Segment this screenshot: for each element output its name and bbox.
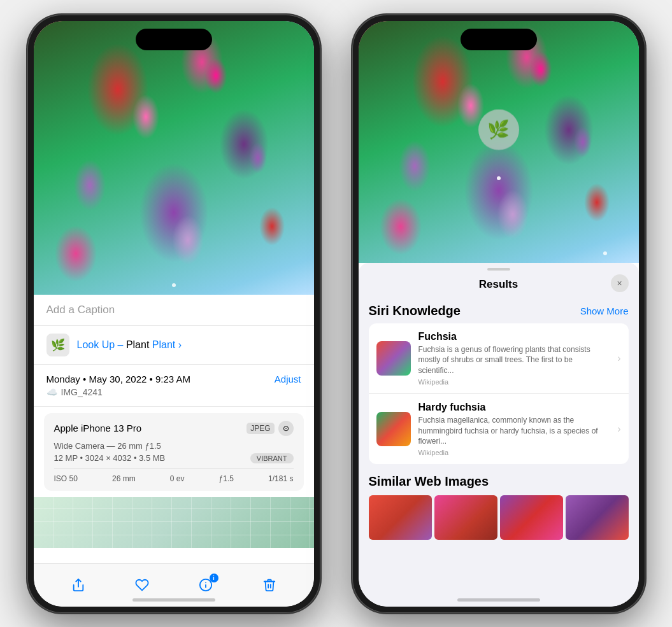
- home-indicator-2: [457, 598, 540, 602]
- phone-1-screen: Add a Caption 🌿 Look Up – Plant Plant ›: [34, 21, 314, 607]
- page-indicator: [172, 283, 176, 287]
- delete-button[interactable]: [259, 575, 280, 595]
- phone-1: Add a Caption 🌿 Look Up – Plant Plant ›: [27, 15, 320, 613]
- photo-view-1[interactable]: [34, 21, 314, 295]
- hardy-fuchsia-name: Hardy fuchsia: [418, 402, 610, 413]
- vibrant-badge: VIBRANT: [250, 453, 294, 463]
- web-images-row: [369, 495, 629, 540]
- fuchsia-name: Fuchsia: [418, 331, 610, 342]
- siri-knowledge-title: Siri Knowledge: [369, 304, 461, 318]
- shutter-value: 1/181 s: [268, 474, 293, 483]
- web-image-1[interactable]: [369, 495, 432, 540]
- results-sheet: Results × Siri Knowledge Show More: [359, 263, 639, 607]
- filename-row: ☁️ IMG_4241: [46, 387, 301, 397]
- chevron-right-icon: ›: [617, 353, 620, 364]
- close-button[interactable]: ×: [611, 274, 629, 292]
- mp-info: 12 MP • 3024 × 4032 • 3.5 MB: [54, 453, 166, 463]
- fuchsia-description: Fuchsia is a genus of flowering plants t…: [418, 344, 610, 376]
- knowledge-item-fuchsia[interactable]: Fuchsia Fuchsia is a genus of flowering …: [369, 323, 629, 394]
- iso-value: ISO 50: [54, 474, 78, 483]
- fuchsia-thumbnail: [376, 341, 411, 376]
- siri-visual-badge: 🌿: [478, 109, 519, 150]
- home-indicator-1: [132, 598, 215, 602]
- lookup-text: Look Up – Plant Plant ›: [77, 339, 182, 351]
- favorite-button[interactable]: [132, 575, 152, 595]
- phones-container: Add a Caption 🌿 Look Up – Plant Plant ›: [15, 2, 658, 626]
- siri-dot: [497, 176, 501, 180]
- adjust-button[interactable]: Adjust: [275, 374, 301, 384]
- web-image-3[interactable]: [500, 495, 563, 540]
- knowledge-card: Fuchsia Fuchsia is a genus of flowering …: [369, 323, 629, 465]
- cloud-icon: ☁️: [46, 387, 57, 397]
- photo-date: Monday • May 30, 2022 • 9:23 AM: [46, 374, 190, 384]
- show-more-button[interactable]: Show More: [580, 306, 629, 316]
- fstop-value: ƒ1.5: [219, 474, 234, 483]
- chevron-right-icon-2: ›: [617, 423, 620, 435]
- sheet-header: Results ×: [359, 271, 639, 296]
- dynamic-island-1: [136, 29, 212, 50]
- photo-view-2[interactable]: 🌿: [359, 21, 639, 263]
- hardy-fuchsia-thumbnail: [376, 412, 411, 446]
- web-image-4[interactable]: [566, 495, 629, 540]
- results-content: Siri Knowledge Show More Fuchsia: [359, 296, 639, 607]
- phone-2: 🌿 Results × Siri Knowledge: [352, 15, 645, 613]
- phone-2-screen: 🌿 Results × Siri Knowledge: [359, 21, 639, 607]
- caption-field[interactable]: Add a Caption: [34, 295, 314, 326]
- siri-knowledge-header: Siri Knowledge Show More: [369, 296, 629, 323]
- location-icon: ⊙: [278, 421, 294, 436]
- meta-section: Monday • May 30, 2022 • 9:23 AM Adjust ☁…: [34, 365, 314, 407]
- photo-info-panel: Add a Caption 🌿 Look Up – Plant Plant ›: [34, 295, 314, 563]
- lens-info: Wide Camera — 26 mm ƒ1.5: [54, 441, 294, 451]
- share-button[interactable]: [68, 575, 89, 595]
- fuchsia-source: Wikipedia: [418, 378, 610, 386]
- sheet-title: Results: [479, 278, 518, 291]
- info-button[interactable]: i: [196, 575, 216, 595]
- hardy-fuchsia-description: Fuchsia magellanica, commonly known as t…: [418, 415, 610, 447]
- hardy-fuchsia-source: Wikipedia: [418, 449, 610, 456]
- lookup-row[interactable]: 🌿 Look Up – Plant Plant ›: [34, 326, 314, 365]
- map-preview[interactable]: [34, 497, 314, 548]
- mm-value: 26 mm: [112, 474, 136, 483]
- ev-value: 0 ev: [170, 474, 185, 483]
- camera-model: Apple iPhone 13 Pro: [54, 423, 142, 433]
- similar-web-header: Similar Web Images: [369, 464, 629, 495]
- info-badge: i: [210, 574, 218, 582]
- format-badge: JPEG: [247, 423, 274, 434]
- lookup-icon: 🌿: [46, 334, 69, 356]
- web-image-2[interactable]: [434, 495, 497, 540]
- exif-row: ISO 50 26 mm 0 ev ƒ1.5 1/181 s: [54, 468, 294, 483]
- knowledge-item-hardy-fuchsia[interactable]: Hardy fuchsia Fuchsia magellanica, commo…: [369, 394, 629, 464]
- dynamic-island-2: [461, 29, 537, 50]
- page-indicator-2: [603, 251, 607, 255]
- camera-section: Apple iPhone 13 Pro JPEG ⊙ Wide Camera —…: [44, 413, 304, 491]
